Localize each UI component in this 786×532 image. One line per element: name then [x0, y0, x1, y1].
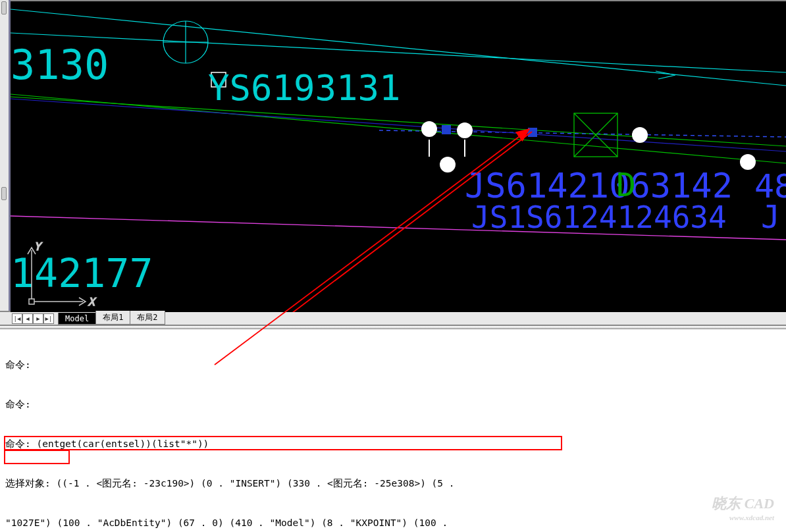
label-ys6193131: YS6193131: [208, 67, 401, 109]
grip-circle[interactable]: [740, 154, 756, 170]
model-space[interactable]: 3130 YS6193131 142177 JS61421063142 D 48…: [11, 1, 786, 312]
command-history[interactable]: 命令: 命令: 命令: (entget(car(entsel))(list"*"…: [0, 329, 786, 532]
tab-layout2[interactable]: 布局2: [130, 311, 165, 325]
svg-point-19: [440, 157, 456, 173]
grip-circle[interactable]: [632, 127, 648, 143]
tab-prev-button[interactable]: ◀: [22, 313, 33, 324]
grip-square[interactable]: [528, 128, 537, 137]
label-blue-2: JS1S6124124634: [471, 200, 727, 235]
sheet-tab-bar: |◀ ◀ ▶ ▶| Model 布局1 布局2: [0, 311, 786, 325]
svg-point-17: [421, 121, 437, 137]
grip-circle[interactable]: [457, 122, 473, 138]
cmd-line: 命令:: [5, 398, 781, 411]
cmd-line: 命令: (entget(car(entsel))(list"*")): [5, 437, 781, 450]
tab-first-button[interactable]: |◀: [12, 313, 22, 324]
svg-point-20: [632, 127, 648, 143]
tab-last-button[interactable]: ▶|: [43, 313, 54, 324]
grip-square[interactable]: [442, 125, 451, 134]
grip-circle[interactable]: [421, 121, 437, 137]
svg-point-21: [740, 154, 756, 170]
tab-next-button[interactable]: ▶: [33, 313, 43, 324]
tab-nav: |◀ ◀ ▶ ▶|: [12, 313, 54, 324]
cmd-line: 选择对象: ((-1 . <图元名: -23c190>) (0 . "INSER…: [5, 477, 781, 490]
cmd-line: 命令:: [5, 358, 781, 371]
cmd-line: "1027E") (100 . "AcDbEntity") (67 . 0) (…: [5, 516, 781, 529]
left-toolbar[interactable]: [0, 0, 11, 311]
grip-circle[interactable]: [440, 157, 456, 173]
label-3130: 3130: [11, 41, 109, 89]
svg-text:J: J: [761, 198, 780, 235]
tab-layout1[interactable]: 布局1: [95, 311, 130, 325]
drawing-area[interactable]: 3130 YS6193131 142177 JS61421063142 D 48…: [11, 0, 786, 311]
svg-point-18: [457, 122, 473, 138]
label-green-1: D: [616, 166, 636, 204]
tab-model[interactable]: Model: [58, 313, 96, 325]
